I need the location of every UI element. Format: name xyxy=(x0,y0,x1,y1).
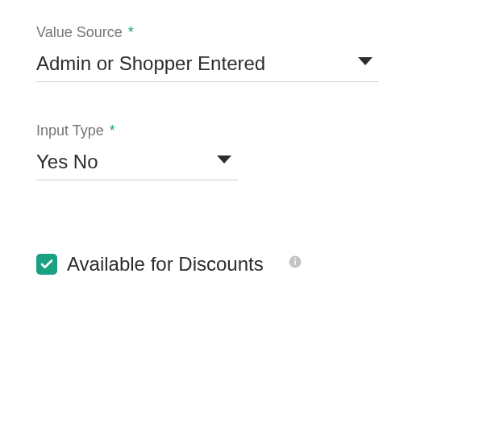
required-asterisk: * xyxy=(110,122,115,139)
input-type-select[interactable]: Yes No xyxy=(36,151,238,180)
check-icon xyxy=(40,257,54,271)
available-for-discounts-label: Available for Discounts xyxy=(67,253,264,276)
input-type-value: Yes No xyxy=(36,151,98,172)
info-icon[interactable] xyxy=(288,255,302,269)
label-text: Input Type xyxy=(36,122,104,139)
required-asterisk: * xyxy=(128,24,134,40)
value-source-label: Value Source * xyxy=(36,24,468,41)
svg-point-2 xyxy=(294,258,296,259)
available-for-discounts-checkbox[interactable] xyxy=(36,254,57,275)
input-type-label: Input Type * xyxy=(36,122,468,139)
chevron-down-icon xyxy=(358,57,373,65)
input-type-field: Input Type * Yes No xyxy=(36,122,468,180)
value-source-select[interactable]: Admin or Shopper Entered xyxy=(36,52,379,82)
chevron-down-icon xyxy=(217,155,231,164)
available-for-discounts-row: Available for Discounts xyxy=(36,253,468,276)
value-source-field: Value Source * Admin or Shopper Entered xyxy=(36,24,468,82)
svg-rect-1 xyxy=(294,261,296,265)
value-source-value: Admin or Shopper Entered xyxy=(36,52,265,74)
label-text: Value Source xyxy=(36,24,123,40)
